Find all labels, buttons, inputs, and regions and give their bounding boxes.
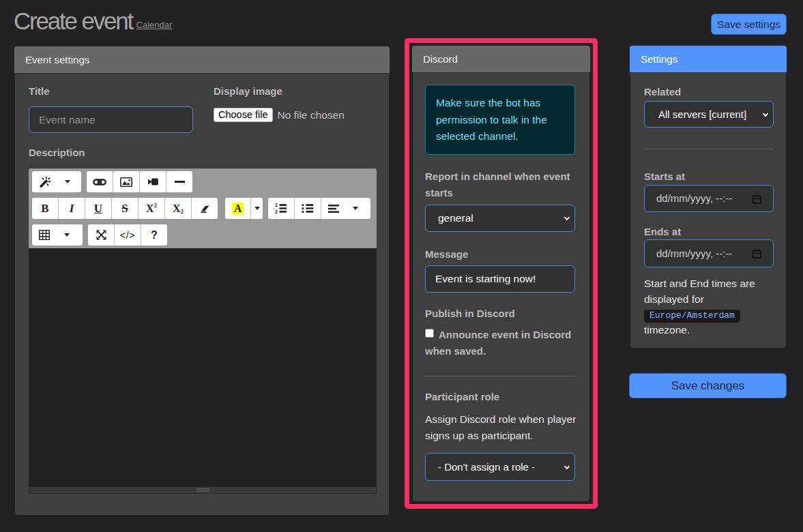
- svg-text:2: 2: [275, 209, 278, 213]
- svg-text:1: 1: [275, 203, 278, 207]
